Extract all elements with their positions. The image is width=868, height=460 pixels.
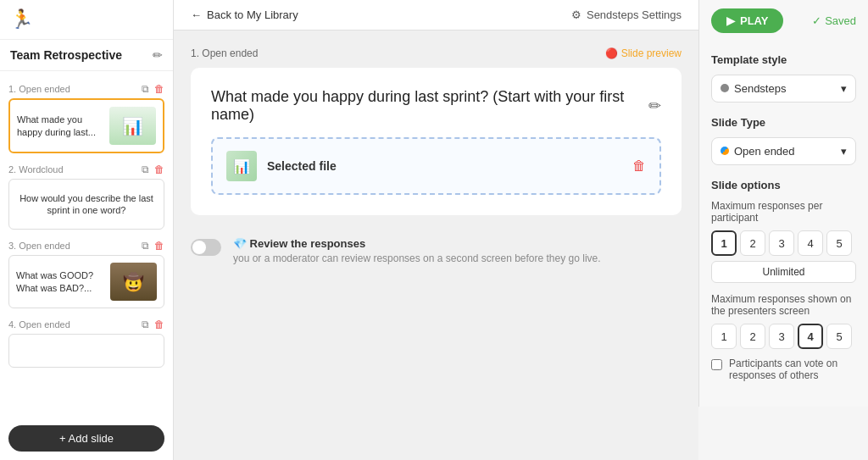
delete-slide-2-icon[interactable]: 🗑 xyxy=(154,163,164,175)
main-body: 1. Open ended 🔴 Slide preview What made … xyxy=(174,30,698,460)
slide-type-section: Slide Type Open ended ▾ xyxy=(711,116,856,165)
slide-1-label: 1. Open ended ⧉ 🗑 xyxy=(8,83,164,95)
chevron-down-icon: ▾ xyxy=(841,82,847,95)
response-option-3[interactable]: 3 xyxy=(769,230,794,256)
slide-preview-link[interactable]: 🔴 Slide preview xyxy=(605,47,682,59)
file-thumbnail-icon: 📊 xyxy=(226,151,257,181)
slide-item-1[interactable]: 1. Open ended ⧉ 🗑 What made you happy du… xyxy=(0,78,173,158)
vote-checkbox[interactable] xyxy=(711,359,722,370)
review-text: 💎 Review the responses you or a moderato… xyxy=(233,237,601,264)
max-shown-options: 1 2 3 4 5 xyxy=(711,324,856,349)
selected-file-name: Selected file xyxy=(267,159,337,173)
template-style-label: Template style xyxy=(711,53,856,66)
slide-3-thumb-image: 🤠 xyxy=(110,263,157,301)
delete-file-button[interactable]: 🗑 xyxy=(632,158,646,174)
slide-number-label: 1. Open ended xyxy=(191,47,258,59)
max-responses-options: 1 2 3 4 5 xyxy=(711,230,856,256)
main-content: ← Back to My Library ⚙ Sendsteps Setting… xyxy=(174,0,698,460)
response-option-4[interactable]: 4 xyxy=(798,230,823,256)
slide-item-4[interactable]: 4. Open ended ⧉ 🗑 xyxy=(0,313,173,373)
slide-section-label: 1. Open ended 🔴 Slide preview xyxy=(191,47,682,59)
saved-text: Saved xyxy=(825,14,856,27)
slide-type-label: Slide Type xyxy=(711,116,856,129)
selected-file-box: 📊 Selected file 🗑 xyxy=(211,137,661,195)
shown-option-4[interactable]: 4 xyxy=(798,324,823,349)
duplicate-slide-3-icon[interactable]: ⧉ xyxy=(142,240,149,252)
slide-preview-label: Slide preview xyxy=(621,47,682,59)
unlimited-button[interactable]: Unlimited xyxy=(711,261,856,283)
add-slide-button[interactable]: + Add slide xyxy=(8,425,164,452)
right-panel: Template style Sendsteps ▾ Slide Type Op… xyxy=(698,42,868,407)
edit-title-icon[interactable]: ✏ xyxy=(153,48,163,62)
main-header: ← Back to My Library ⚙ Sendsteps Setting… xyxy=(174,0,698,30)
response-option-1[interactable]: 1 xyxy=(711,230,737,256)
slide-3-label: 3. Open ended ⧉ 🗑 xyxy=(8,240,164,252)
slides-list: 1. Open ended ⧉ 🗑 What made you happy du… xyxy=(0,71,173,417)
right-panel-col: ▶ PLAY ✓ Saved Template style Sendsteps … xyxy=(698,0,868,460)
slide-4-thumbnail xyxy=(8,334,164,368)
app-logo-icon: 🏃 xyxy=(10,8,33,30)
shown-option-3[interactable]: 3 xyxy=(769,324,794,349)
review-section: 💎 Review the responses you or a moderato… xyxy=(191,229,682,273)
presentation-title: Team Retrospective xyxy=(10,48,122,62)
response-option-2[interactable]: 2 xyxy=(740,230,765,256)
sidebar: 🏃 Team Retrospective ✏ 1. Open ended ⧉ 🗑… xyxy=(0,0,174,460)
slide-1-actions: ⧉ 🗑 xyxy=(142,83,164,95)
back-to-library-link[interactable]: ← Back to My Library xyxy=(191,8,298,21)
preview-icon: 🔴 xyxy=(605,47,618,59)
slide-item-2[interactable]: 2. Wordcloud ⧉ 🗑 How would you describe … xyxy=(0,158,173,235)
selected-file-inner: 📊 Selected file xyxy=(226,151,337,181)
review-desc: you or a moderator can review responses … xyxy=(233,252,601,264)
response-option-5[interactable]: 5 xyxy=(826,230,852,256)
max-responses-label: Maximum responses per participant xyxy=(711,200,856,224)
template-style-section: Template style Sendsteps ▾ xyxy=(711,53,856,103)
template-name: Sendsteps xyxy=(734,82,786,95)
settings-link[interactable]: ⚙ Sendsteps Settings xyxy=(571,8,682,21)
slide-item-3[interactable]: 3. Open ended ⧉ 🗑 What was GOOD? What wa… xyxy=(0,235,173,313)
slide-3-thumb-text: What was GOOD? What was BAD?... xyxy=(16,269,110,294)
saved-check-icon: ✓ xyxy=(812,14,821,27)
slide-3-actions: ⧉ 🗑 xyxy=(142,240,164,252)
play-icon: ▶ xyxy=(726,14,735,27)
duplicate-slide-4-icon[interactable]: ⧉ xyxy=(142,319,149,330)
template-style-dropdown[interactable]: Sendsteps ▾ xyxy=(711,75,856,103)
slide-2-thumb-text: How would you describe the last sprint i… xyxy=(16,192,157,217)
right-top-bar: ▶ PLAY ✓ Saved xyxy=(698,0,868,42)
slide-question: What made you happy during last sprint? … xyxy=(211,88,661,124)
delete-slide-3-icon[interactable]: 🗑 xyxy=(154,240,164,252)
slide-type-dropdown[interactable]: Open ended ▾ xyxy=(711,137,856,165)
slide-3-thumbnail: What was GOOD? What was BAD?... 🤠 xyxy=(8,255,164,308)
back-arrow-icon: ← xyxy=(191,8,202,21)
shown-option-5[interactable]: 5 xyxy=(826,324,852,349)
edit-question-icon[interactable]: ✏ xyxy=(648,97,661,115)
slide-card: What made you happy during last sprint? … xyxy=(191,68,682,215)
sidebar-title-area: Team Retrospective ✏ xyxy=(0,40,173,71)
slide-4-label: 4. Open ended ⧉ 🗑 xyxy=(8,319,164,330)
max-shown-label: Maximum responses shown on the presenter… xyxy=(711,293,856,317)
review-toggle[interactable] xyxy=(191,239,221,256)
slide-4-actions: ⧉ 🗑 xyxy=(142,319,164,330)
delete-slide-1-icon[interactable]: 🗑 xyxy=(154,83,164,95)
slide-2-actions: ⧉ 🗑 xyxy=(142,163,164,175)
settings-label: Sendsteps Settings xyxy=(587,8,682,21)
vote-checkbox-row: Participants can vote on responses of ot… xyxy=(711,357,856,381)
slide-type-chevron-icon: ▾ xyxy=(841,145,847,158)
slide-type-value: Open ended xyxy=(734,145,795,158)
shown-option-1[interactable]: 1 xyxy=(711,324,737,349)
shown-option-2[interactable]: 2 xyxy=(740,324,765,349)
slide-1-thumb-text: What made you happy during last... xyxy=(17,114,109,138)
question-text: What made you happy during last sprint? … xyxy=(211,88,648,124)
slide-1-thumbnail: What made you happy during last... 📊 xyxy=(8,98,164,153)
duplicate-slide-2-icon[interactable]: ⧉ xyxy=(142,163,149,175)
delete-slide-4-icon[interactable]: 🗑 xyxy=(154,319,164,330)
slide-1-thumb-image: 📊 xyxy=(109,107,156,145)
slide-options-label: Slide options xyxy=(711,179,856,191)
play-button[interactable]: ▶ PLAY xyxy=(711,8,783,33)
slide-2-thumbnail: How would you describe the last sprint i… xyxy=(8,179,164,230)
vote-label: Participants can vote on responses of ot… xyxy=(729,357,856,381)
play-label: PLAY xyxy=(740,14,768,27)
settings-icon: ⚙ xyxy=(571,8,581,21)
sidebar-logo: 🏃 xyxy=(0,0,173,40)
duplicate-slide-1-icon[interactable]: ⧉ xyxy=(142,83,149,95)
toggle-knob xyxy=(192,241,206,254)
